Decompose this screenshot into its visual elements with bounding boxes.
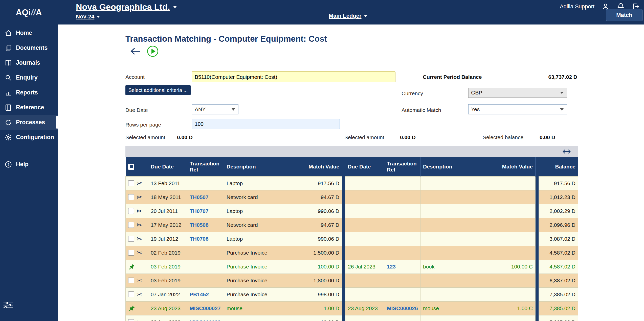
- back-arrow-icon[interactable]: [129, 47, 141, 56]
- row-checkbox[interactable]: [128, 291, 134, 297]
- sidebar-item-help[interactable]: ? Help: [0, 157, 58, 172]
- sidebar-item-configuration[interactable]: Configuration: [0, 130, 58, 145]
- transaction-ref-link[interactable]: [187, 246, 224, 260]
- transaction-ref-link[interactable]: [187, 260, 224, 274]
- row-checkbox[interactable]: [128, 250, 134, 256]
- account-input[interactable]: [192, 71, 395, 82]
- due-date-cell: 23 Aug 2023: [148, 315, 187, 321]
- row-select-cell: ✂: [126, 190, 148, 204]
- rows-per-page-input[interactable]: [192, 119, 340, 129]
- match-value-cell: 1,500.00 D: [303, 246, 342, 260]
- sidebar-item-label: Help: [16, 161, 29, 168]
- due-date-cell: 07 Jan 2022: [148, 287, 187, 301]
- row-checkbox[interactable]: [128, 194, 134, 200]
- scissors-icon[interactable]: ✂: [137, 236, 142, 242]
- transaction-ref-link[interactable]: MISC000027: [187, 301, 224, 315]
- col-transaction-ref-right: Transaction Ref: [384, 157, 420, 176]
- scissors-icon[interactable]: ✂: [137, 277, 142, 284]
- automatic-match-select[interactable]: Yes: [468, 104, 567, 114]
- filter-sliders-icon[interactable]: [3, 301, 13, 309]
- transaction-ref-link-right[interactable]: [384, 190, 420, 204]
- match-value-cell-right: [499, 190, 536, 204]
- sidebar-item-label: Processes: [16, 119, 45, 126]
- scissors-icon[interactable]: ✂: [137, 250, 142, 256]
- bar-chart-icon: [5, 89, 12, 96]
- transaction-ref-link[interactable]: TH0707: [187, 204, 224, 218]
- transaction-ref-link[interactable]: TH0507: [187, 190, 224, 204]
- description-cell: mouse: [224, 301, 303, 315]
- table-row: ✂ 19 Jul 2012 TH0708 Laptop 990.06 D 3,0…: [126, 232, 578, 246]
- period-selector[interactable]: Nov-24: [76, 13, 94, 20]
- description-cell-right: [420, 287, 499, 301]
- scissors-icon[interactable]: ✂: [137, 194, 142, 201]
- transaction-ref-link-right[interactable]: [384, 204, 420, 218]
- match-value-cell: 94.67 D: [303, 190, 342, 204]
- transaction-ref-link-right[interactable]: [384, 176, 420, 190]
- scissors-icon[interactable]: ✂: [137, 208, 142, 214]
- table-row: ✂ 17 May 2012 TH0508 Network card 94.67 …: [126, 218, 578, 232]
- select-additional-criteria-button[interactable]: Select additional criteria ...: [125, 85, 191, 95]
- due-date-select[interactable]: ANY: [192, 104, 238, 114]
- transactions-table: Due Date Transaction Ref Description Mat…: [125, 157, 578, 321]
- transaction-ref-link-right[interactable]: [384, 315, 420, 321]
- transaction-ref-link-right[interactable]: [384, 218, 420, 232]
- col-description-right: Description: [420, 157, 499, 176]
- book-icon: [5, 104, 12, 111]
- table-row: ✂ 23 Aug 2023 MISC000028 mouse 10.00 D 7…: [126, 315, 578, 321]
- transaction-ref-link-right[interactable]: MISC000026: [384, 301, 420, 315]
- transaction-ref-link-right[interactable]: [384, 287, 420, 301]
- scissors-icon[interactable]: ✂: [137, 291, 142, 298]
- balance-cell: 7,385.02 D: [539, 301, 578, 315]
- due-date-cell: 17 May 2012: [148, 218, 187, 232]
- transaction-ref-link[interactable]: [187, 176, 224, 190]
- select-all-checkbox[interactable]: [128, 164, 134, 170]
- transaction-ref-link-right[interactable]: 123: [384, 260, 420, 274]
- expand-horizontal-icon[interactable]: [562, 148, 571, 155]
- scissors-icon[interactable]: ✂: [137, 180, 142, 187]
- due-date-cell: 23 Aug 2023: [148, 301, 187, 315]
- sidebar-item-reference[interactable]: Reference: [0, 100, 58, 115]
- transaction-ref-link[interactable]: TH0708: [187, 232, 224, 246]
- transaction-ref-link[interactable]: TH0508: [187, 218, 224, 232]
- transactions-table-wrap: Due Date Transaction Ref Description Mat…: [125, 146, 578, 321]
- transaction-ref-link-right[interactable]: [384, 232, 420, 246]
- row-checkbox[interactable]: [128, 319, 134, 321]
- currency-select[interactable]: GBP: [468, 88, 567, 98]
- sidebar-item-reports[interactable]: Reports: [0, 85, 58, 100]
- sidebar-item-home[interactable]: Home: [0, 26, 58, 40]
- row-checkbox[interactable]: [128, 180, 134, 186]
- transaction-ref-link[interactable]: PB1452: [187, 287, 224, 301]
- row-checkbox[interactable]: [128, 222, 134, 228]
- sidebar-item-documents[interactable]: Documents: [0, 40, 58, 55]
- transaction-ref-link-right[interactable]: [384, 246, 420, 260]
- sidebar-item-label: Home: [16, 30, 32, 36]
- row-checkbox[interactable]: [128, 236, 134, 242]
- scissors-icon[interactable]: ✂: [137, 222, 142, 228]
- row-checkbox[interactable]: [128, 278, 134, 283]
- run-button[interactable]: [147, 46, 158, 57]
- sidebar-item-label: Documents: [16, 44, 48, 51]
- pin-icon[interactable]: [128, 263, 135, 270]
- match-value-cell: 990.06 D: [303, 232, 342, 246]
- sidebar-item-journals[interactable]: Journals: [0, 55, 58, 70]
- company-selector[interactable]: Nova Geographica Ltd.: [76, 2, 170, 12]
- table-row: ✂ 07 Jan 2022 PB1452 Purchase Invoice 99…: [126, 287, 578, 301]
- pin-icon[interactable]: [128, 305, 135, 312]
- scissors-icon[interactable]: ✂: [137, 319, 142, 321]
- match-button[interactable]: Match: [606, 9, 642, 21]
- transaction-ref-link-right[interactable]: [384, 274, 420, 287]
- match-value-cell: 1,800.00 D: [303, 274, 342, 287]
- description-cell: Network card: [224, 190, 303, 204]
- app-logo[interactable]: AQi//A: [0, 0, 58, 24]
- row-checkbox[interactable]: [128, 208, 134, 214]
- sidebar-item-enquiry[interactable]: Enquiry: [0, 70, 58, 85]
- sidebar-item-processes[interactable]: Processes: [0, 115, 58, 130]
- home-icon: [5, 29, 12, 37]
- transaction-ref-link[interactable]: MISC000028: [187, 315, 224, 321]
- current-period-balance-label: Current Period Balance: [423, 74, 482, 80]
- transaction-ref-link[interactable]: [187, 274, 224, 287]
- col-balance: Balance: [539, 157, 578, 176]
- ledger-selector[interactable]: Main Ledger: [329, 13, 362, 19]
- column-separator: [342, 274, 345, 287]
- support-link[interactable]: Aqilla Support: [560, 3, 594, 10]
